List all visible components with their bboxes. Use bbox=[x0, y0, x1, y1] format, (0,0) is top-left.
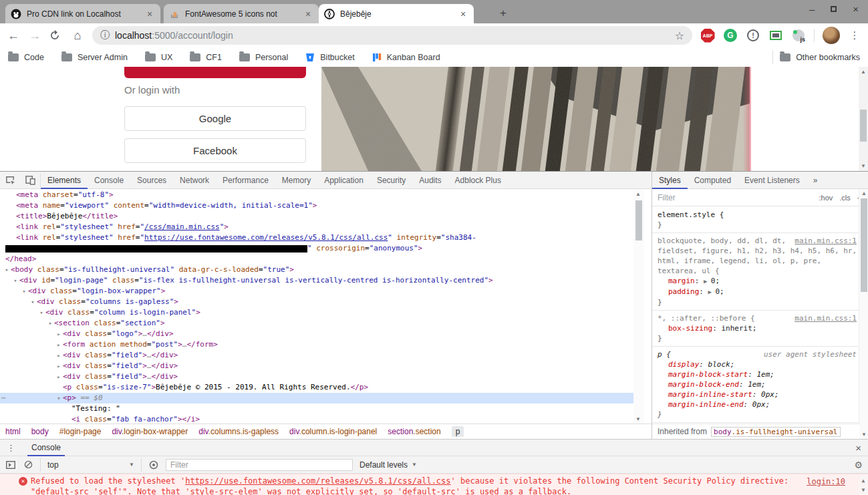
devtools-tab-console[interactable]: Console bbox=[88, 172, 130, 189]
console-drawer-tab[interactable]: Console bbox=[27, 440, 65, 456]
styles-tab-event-listeners[interactable]: Event Listeners bbox=[738, 172, 807, 189]
browser-tab[interactable]: FontAwesome 5 icons not× bbox=[164, 4, 319, 23]
dom-tree-line[interactable]: <title>Bêjebêje</title> bbox=[0, 211, 641, 222]
profile-avatar[interactable] bbox=[823, 27, 840, 44]
devtools-tab-sources[interactable]: Sources bbox=[130, 172, 173, 189]
bookmark-item[interactable]: Bitbucket bbox=[305, 53, 354, 62]
screenshot-extension-icon[interactable] bbox=[770, 31, 782, 40]
dom-tree-line[interactable]: "Testing: " bbox=[0, 403, 641, 414]
device-toolbar-icon[interactable] bbox=[24, 175, 36, 186]
dom-tree-line[interactable]: <link rel="stylesheet" href="https://use… bbox=[0, 232, 641, 243]
collapse-arrow-icon[interactable]: ▾ bbox=[29, 297, 36, 307]
other-bookmarks[interactable]: Other bookmarks bbox=[780, 53, 860, 62]
breadcrumb-item[interactable]: p bbox=[452, 426, 464, 437]
tab-close-icon[interactable]: × bbox=[458, 9, 468, 19]
browser-menu-icon[interactable]: ⋮ bbox=[848, 29, 861, 41]
expand-arrow-icon[interactable]: ▸ bbox=[55, 329, 62, 339]
adblock-extension-icon[interactable]: ABP bbox=[701, 29, 715, 43]
collapse-arrow-icon[interactable]: ▾ bbox=[3, 265, 10, 275]
scroll-up-icon[interactable]: ▲ bbox=[633, 191, 643, 197]
js-extension-icon[interactable] bbox=[792, 29, 805, 41]
dom-tree-line[interactable]: ▾<div class="column is-login-panel"> bbox=[0, 307, 641, 318]
elements-scrollbar[interactable]: ▲ ▼ bbox=[633, 190, 644, 424]
login-submit-button[interactable] bbox=[124, 67, 306, 78]
stylesheet-source-link[interactable]: main.min.css:1 bbox=[794, 313, 857, 323]
dom-tree-line[interactable]: <link rel="stylesheet" href="/css/main.m… bbox=[0, 222, 641, 232]
devtools-tab-memory[interactable]: Memory bbox=[275, 172, 317, 189]
dom-tree-line[interactable]: ▸<div class="logo">…</div> bbox=[0, 329, 641, 339]
dom-tree-line[interactable]: ⋯▾<p> == $0 bbox=[0, 393, 641, 403]
collapse-arrow-icon[interactable]: ▾ bbox=[21, 286, 27, 297]
breadcrumb-item[interactable]: div.login-box-wrapper bbox=[112, 427, 188, 436]
inspect-element-icon[interactable] bbox=[4, 175, 16, 186]
grammarly-extension-icon[interactable]: G bbox=[724, 29, 737, 42]
tree-line-gutter-icon[interactable]: ⋯ bbox=[1, 393, 6, 403]
css-property[interactable]: box-sizing: inherit; bbox=[658, 323, 857, 333]
collapse-arrow-icon[interactable]: ▾ bbox=[55, 393, 62, 403]
dom-tree-line[interactable]: ▸<form action method="post">…</form> bbox=[0, 339, 641, 350]
devtools-tab-elements[interactable]: Elements bbox=[41, 172, 88, 189]
breadcrumb-item[interactable]: div.column.is-login-panel bbox=[289, 427, 377, 436]
console-scrollbar[interactable]: ▲ ▼ bbox=[859, 474, 868, 495]
live-expression-eye-icon[interactable] bbox=[148, 460, 159, 470]
dom-tree-line[interactable]: ▾<body class="is-fullheight-universal" d… bbox=[0, 265, 641, 275]
devtools-tab-performance[interactable]: Performance bbox=[216, 172, 275, 189]
dom-tree-line[interactable]: ▾<div class="login-box-wrapper"> bbox=[0, 286, 641, 297]
devtools-tab-security[interactable]: Security bbox=[370, 172, 412, 189]
page-scrollbar[interactable]: ▲ ▼ bbox=[859, 67, 868, 171]
address-bar[interactable]: ⓘ localhost:5000/account/login ☆ bbox=[92, 26, 692, 45]
drawer-menu-icon[interactable]: ⋮ bbox=[7, 443, 15, 453]
dom-tree-line[interactable]: <meta charset="utf-8"> bbox=[0, 190, 641, 200]
style-rule[interactable]: main.min.css:1*, ::after, ::before {box-… bbox=[652, 311, 859, 347]
devtools-tab-adblock-plus[interactable]: Adblock Plus bbox=[448, 172, 508, 189]
bookmark-item[interactable]: Personal bbox=[239, 53, 288, 62]
css-property[interactable]: margin-block-start: 1em; bbox=[658, 369, 857, 379]
expand-arrow-icon[interactable]: ▸ bbox=[55, 361, 62, 371]
styles-scrollbar[interactable]: ▲ ▼ bbox=[859, 189, 868, 439]
dom-tree-line[interactable]: ▸<div class="field">…</div> bbox=[0, 371, 641, 382]
drawer-close-icon[interactable]: × bbox=[855, 442, 861, 454]
breadcrumb-item[interactable]: #login-page bbox=[59, 427, 102, 436]
style-rule[interactable]: element.style {} bbox=[652, 207, 859, 233]
dom-tree-line[interactable]: " crossorigin="anonymous"> bbox=[0, 243, 641, 254]
restore-button[interactable] bbox=[831, 6, 837, 12]
collapse-arrow-icon[interactable]: ▾ bbox=[12, 275, 19, 286]
dom-tree-line[interactable]: ▾<div id="login-page" class="is-flex is-… bbox=[0, 275, 641, 286]
expand-value-arrow-icon[interactable]: ▶ bbox=[708, 289, 716, 295]
expand-value-arrow-icon[interactable]: ▶ bbox=[704, 278, 711, 285]
close-window-button[interactable]: × bbox=[853, 4, 859, 14]
scroll-down-icon[interactable]: ▼ bbox=[859, 485, 868, 495]
css-property[interactable]: margin-inline-start: 0px; bbox=[658, 389, 857, 399]
css-property[interactable]: padding: ▶ 0; bbox=[658, 287, 857, 297]
error-url-link[interactable]: https://use.fontawesome.com/releases/v5.… bbox=[185, 476, 450, 486]
dom-tree-line[interactable]: <i class="fab fa-anchor"></i> bbox=[0, 414, 641, 424]
breadcrumb-item[interactable]: div.columns.is-gapless bbox=[198, 427, 279, 436]
scrollbar-thumb[interactable] bbox=[860, 110, 867, 142]
css-property[interactable]: margin: ▶ 0; bbox=[658, 276, 857, 287]
css-property[interactable]: margin-block-end: 1em; bbox=[658, 379, 857, 389]
tab-close-icon[interactable]: × bbox=[303, 9, 313, 19]
minimize-button[interactable]: – bbox=[809, 4, 815, 14]
console-filter-input[interactable] bbox=[166, 459, 353, 471]
clear-console-icon[interactable] bbox=[23, 460, 33, 470]
class-toggle[interactable]: .cls bbox=[839, 194, 851, 202]
styles-tab-computed[interactable]: Computed bbox=[688, 172, 738, 189]
browser-tab[interactable]: Pro CDN link on Localhost× bbox=[5, 4, 160, 23]
scrollbar-thumb[interactable] bbox=[635, 200, 642, 240]
collapse-arrow-icon[interactable]: ▾ bbox=[47, 318, 53, 329]
scroll-down-icon[interactable]: ▼ bbox=[859, 432, 868, 438]
pseudo-state-toggle[interactable]: :hov bbox=[819, 194, 833, 202]
reload-icon[interactable] bbox=[49, 30, 63, 41]
styles-tab-styles[interactable]: Styles bbox=[652, 172, 688, 189]
expand-arrow-icon[interactable]: ▸ bbox=[55, 339, 62, 350]
facebook-login-button[interactable]: Facebook bbox=[124, 138, 306, 163]
info-extension-icon[interactable]: ! bbox=[747, 29, 759, 41]
scrollbar-thumb[interactable] bbox=[861, 198, 867, 292]
bookmark-star-icon[interactable]: ☆ bbox=[675, 29, 684, 42]
breadcrumb-item[interactable]: section.section bbox=[388, 427, 440, 436]
css-property[interactable]: margin-inline-end: 0px; bbox=[658, 399, 857, 409]
bookmark-item[interactable]: Kanban Board bbox=[372, 53, 440, 62]
style-rule[interactable]: user agent stylesheetp {display: block;m… bbox=[652, 347, 859, 423]
bookmark-item[interactable]: UX bbox=[145, 53, 172, 62]
console-sidebar-icon[interactable] bbox=[5, 460, 16, 470]
